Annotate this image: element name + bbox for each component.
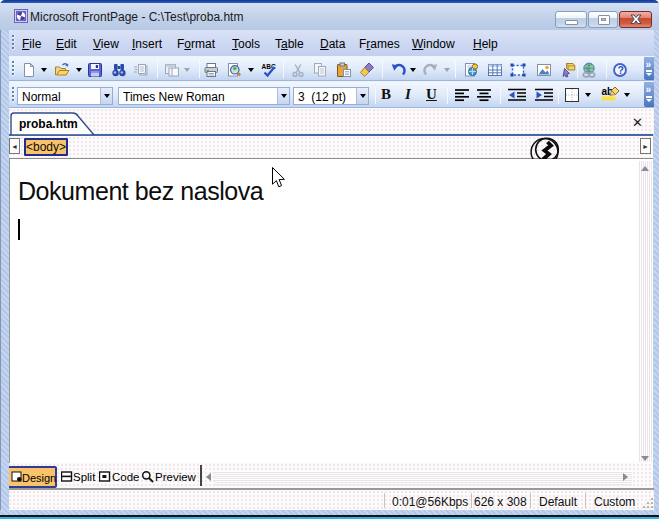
svg-text:?: ? (617, 64, 623, 76)
